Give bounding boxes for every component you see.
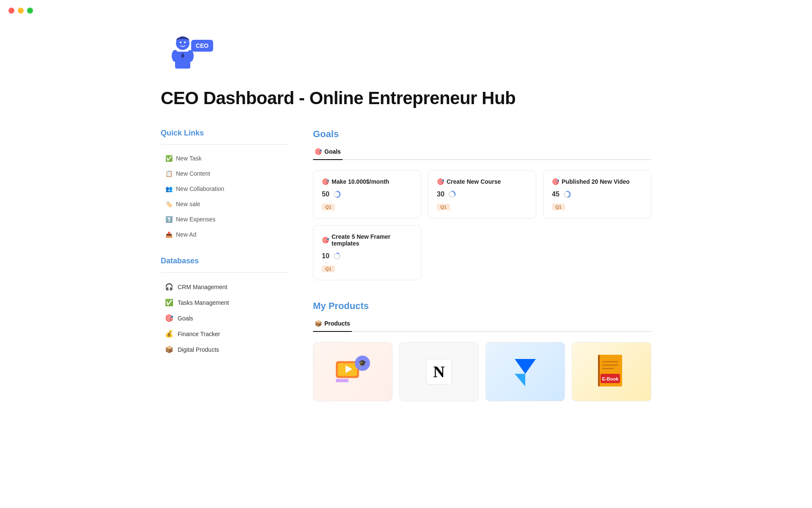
svg-text:CEO: CEO <box>196 42 208 49</box>
goal-card-4-title: 🎯 Create 5 New Framer templates <box>322 233 412 247</box>
goal-4-quarter: Q1 <box>322 265 335 272</box>
svg-text:🎓: 🎓 <box>358 359 367 367</box>
product-1-image: 🎓 <box>321 348 384 395</box>
quick-link-label: New Expenses <box>176 216 215 223</box>
product-4-image: E-Book <box>580 348 643 395</box>
goal-2-progress-row: 30 <box>437 190 527 199</box>
goals-tab-icon: 🎯 <box>315 148 322 155</box>
quick-link-label: New Collaboration <box>176 185 224 192</box>
db-label: Finance Tracker <box>178 331 220 337</box>
svg-marker-26 <box>515 374 525 387</box>
goal-4-ring <box>333 252 341 260</box>
page-title: CEO Dashboard - Online Entrepreneur Hub <box>161 88 651 108</box>
main-container: CEO CEO Dashboard - Online Entrepreneur … <box>110 0 702 427</box>
svg-marker-25 <box>515 359 536 374</box>
product-3-image <box>494 348 557 395</box>
goals-cards-top-row: 🎯 Make 10.000$/month 50 Q1 <box>313 170 651 218</box>
databases-section: Databases 🎧 CRM Management ✅ Tasks Manag… <box>161 257 288 357</box>
quick-links-section: Quick Links ✅ New Task 📋 New Content 👥 N… <box>161 129 288 241</box>
digital-products-icon: 📦 <box>165 345 173 353</box>
db-crm-management[interactable]: 🎧 CRM Management <box>161 279 288 294</box>
sale-icon: 🏷️ <box>165 201 173 207</box>
quick-link-new-expenses[interactable]: ⬆️ New Expenses <box>161 213 288 226</box>
expenses-icon: ⬆️ <box>165 216 173 223</box>
db-tasks-management[interactable]: ✅ Tasks Management <box>161 295 288 310</box>
product-card-4[interactable]: E-Book <box>572 342 651 401</box>
goals-cards-bottom-row: 🎯 Create 5 New Framer templates 10 Q1 <box>313 225 651 280</box>
goal-card-3-title: 🎯 Published 20 New Video <box>552 178 642 185</box>
goals-db-icon: 🎯 <box>165 314 173 322</box>
goal-card-3: 🎯 Published 20 New Video 45 Q1 <box>543 170 651 218</box>
hero-icon: CEO <box>161 34 651 78</box>
tab-goals[interactable]: 🎯 Goals <box>313 145 343 160</box>
content-grid: Quick Links ✅ New Task 📋 New Content 👥 N… <box>161 129 651 401</box>
right-content: Goals 🎯 Goals 🎯 Make 10.000$/month <box>313 129 651 401</box>
goal-3-ring <box>563 190 571 199</box>
minimize-button[interactable] <box>18 8 24 14</box>
goal-icon-3: 🎯 <box>552 178 559 185</box>
goal-icon-1: 🎯 <box>322 178 329 185</box>
ceo-svg-icon: CEO <box>161 34 216 76</box>
goal-4-progress-row: 10 <box>322 252 412 260</box>
goal-4-number: 10 <box>322 252 329 260</box>
goal-2-ring <box>448 190 456 199</box>
sidebar: Quick Links ✅ New Task 📋 New Content 👥 N… <box>161 129 288 401</box>
goal-1-quarter: Q1 <box>322 204 335 210</box>
svg-point-5 <box>172 50 178 62</box>
goal-card-2-title: 🎯 Create New Course <box>437 178 527 185</box>
goal-1-ring <box>333 190 341 199</box>
goal-1-progress-row: 50 <box>322 190 412 199</box>
goal-card-1: 🎯 Make 10.000$/month 50 Q1 <box>313 170 421 218</box>
goal-3-quarter: Q1 <box>552 204 565 210</box>
product-2-image: N <box>408 348 471 395</box>
product-card-2[interactable]: N <box>399 342 479 401</box>
crm-icon: 🎧 <box>165 283 173 291</box>
svg-point-2 <box>184 41 186 43</box>
product-card-1[interactable]: 🎓 <box>313 342 392 401</box>
collaboration-icon: 👥 <box>165 185 173 192</box>
quick-link-label: New Ad <box>176 231 196 238</box>
db-digital-products[interactable]: 📦 Digital Products <box>161 342 288 357</box>
products-tab-icon: 📦 <box>315 320 322 327</box>
tasks-icon: ✅ <box>165 298 173 306</box>
svg-point-1 <box>180 41 181 43</box>
quick-link-new-ad[interactable]: 📤 New Ad <box>161 228 288 241</box>
goals-section: Goals 🎯 Goals 🎯 Make 10.000$/month <box>313 129 651 280</box>
db-label: Digital Products <box>178 346 219 353</box>
db-finance-tracker[interactable]: 💰 Finance Tracker <box>161 326 288 341</box>
quick-link-new-task[interactable]: ✅ New Task <box>161 152 288 165</box>
close-button[interactable] <box>8 8 14 14</box>
tab-products[interactable]: 📦 Products <box>313 317 352 332</box>
quick-link-label: New Content <box>176 170 210 177</box>
quick-link-new-content[interactable]: 📋 New Content <box>161 167 288 180</box>
svg-point-6 <box>187 50 194 62</box>
products-grid: 🎓 N <box>313 342 651 401</box>
products-tab-bar: 📦 Products <box>313 317 651 332</box>
quick-link-new-collaboration[interactable]: 👥 New Collaboration <box>161 182 288 196</box>
goal-card-4: 🎯 Create 5 New Framer templates 10 Q1 <box>313 225 421 280</box>
databases-divider <box>161 272 288 273</box>
svg-rect-30 <box>602 364 618 366</box>
db-goals[interactable]: 🎯 Goals <box>161 311 288 326</box>
content-icon: 📋 <box>165 170 173 177</box>
goal-1-number: 50 <box>322 190 329 198</box>
goal-card-2: 🎯 Create New Course 30 Q1 <box>428 170 536 218</box>
maximize-button[interactable] <box>27 8 33 14</box>
svg-text:E-Book: E-Book <box>602 376 619 381</box>
quick-links-heading: Quick Links <box>161 129 288 138</box>
svg-rect-31 <box>602 368 614 369</box>
product-card-3[interactable] <box>486 342 565 401</box>
goal-3-progress-row: 45 <box>552 190 642 199</box>
db-label: CRM Management <box>178 284 228 290</box>
goal-icon-4: 🎯 <box>322 237 329 243</box>
goals-heading: Goals <box>313 129 651 140</box>
quick-link-label: New sale <box>176 201 200 207</box>
quick-link-new-sale[interactable]: 🏷️ New sale <box>161 197 288 211</box>
goals-tab-bar: 🎯 Goals <box>313 145 651 160</box>
task-icon: ✅ <box>165 155 173 162</box>
svg-rect-29 <box>602 361 618 362</box>
products-tab-label: Products <box>324 320 350 327</box>
products-heading: My Products <box>313 301 651 312</box>
db-label: Tasks Management <box>178 299 229 306</box>
goal-icon-2: 🎯 <box>437 178 444 185</box>
